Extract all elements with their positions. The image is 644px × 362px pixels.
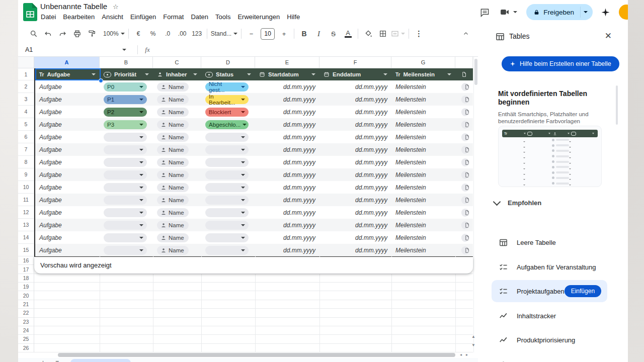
table-cell[interactable]: dd.mm.yyyy [255,194,319,206]
priority-chip[interactable]: P1 [104,95,147,104]
share-dropdown-caret[interactable] [584,11,588,13]
table-cell[interactable]: dd.mm.yyyy [319,93,391,106]
column-dropdown-caret[interactable] [145,73,149,75]
owner-chip[interactable]: Name [157,145,189,154]
table-header-meilenstein[interactable]: TrMeilenstein [391,68,455,80]
table-cell[interactable]: D [455,244,473,256]
status-chip[interactable]: In Bearbeit... [205,95,249,104]
table-cell[interactable]: Aufgabe [35,106,100,118]
insert-badge-button[interactable]: Einfügen [565,285,601,297]
table-cell[interactable]: D [455,93,473,106]
table-cell[interactable]: Aufgabe [35,244,100,256]
table-cell[interactable]: Meilenstein [391,106,455,118]
table-cell[interactable]: dd.mm.yyyy [319,143,391,156]
document-chip[interactable]: D [461,121,469,129]
table-cell[interactable]: D [455,106,473,118]
share-button[interactable]: Freigeben [526,4,593,20]
row-number-23[interactable]: 23 [18,318,34,326]
document-title[interactable]: Unbenannte Tabelle [40,2,107,11]
decrease-decimal-button[interactable]: .0 [160,27,175,40]
spreadsheet-grid[interactable]: ABCDEFG123456789101112131415161718192021… [18,56,478,352]
table-cell[interactable]: Name [153,93,201,106]
scroll-left-icon[interactable]: ◂ [460,352,462,357]
table-cell[interactable]: Name [153,244,201,256]
status-chip-empty[interactable] [205,233,249,242]
zoom-select[interactable]: 100% [102,27,126,40]
row-number-10[interactable]: 10 [18,181,34,194]
print-icon[interactable] [70,27,85,40]
table-cell[interactable] [201,219,255,231]
scroll-up-icon[interactable]: ▲ [471,334,475,339]
status-chip-empty[interactable] [205,208,249,217]
row-number-11[interactable]: 11 [18,194,34,206]
document-chip[interactable]: D [461,83,469,91]
owner-chip[interactable]: Name [157,233,189,242]
add-sheet-icon[interactable]: + [41,359,45,362]
bold-button[interactable]: B [297,27,311,40]
table-cell[interactable]: dd.mm.yyyy [319,219,391,231]
table-cell[interactable]: dd.mm.yyyy [255,80,319,93]
table-cell[interactable]: Aufgabe [35,168,100,181]
table-cell[interactable]: Name [153,131,201,143]
table-cell[interactable]: dd.mm.yyyy [319,231,391,244]
table-cell[interactable]: dd.mm.yyyy [255,168,319,181]
table-header-doc-column[interactable] [455,68,473,80]
priority-chip-empty[interactable] [104,233,147,242]
table-cell[interactable] [201,181,255,194]
table-cell[interactable]: D [455,219,473,231]
table-header-startdatum[interactable]: Startdatum [255,68,319,80]
table-cell[interactable] [100,131,153,143]
status-chip-empty[interactable] [205,170,249,179]
priority-chip-empty[interactable] [104,221,147,230]
italic-button[interactable]: I [311,27,326,40]
table-cell[interactable] [100,206,153,219]
column-dropdown-caret[interactable] [447,73,451,75]
owner-chip[interactable]: Name [157,158,189,167]
table-cell[interactable]: Name [153,194,201,206]
recommended-section-header[interactable]: Empfohlen [494,199,541,207]
status-chip[interactable]: Nicht gest... [205,82,249,92]
table-cell[interactable]: D [455,131,473,143]
row-number-6[interactable]: 6 [18,131,34,143]
menu-einfügen[interactable]: Einfügen [127,12,159,22]
increase-font-size-button[interactable]: + [277,27,291,40]
table-cell[interactable]: dd.mm.yyyy [319,168,391,181]
more-tools-icon[interactable]: ⋮ [412,27,426,40]
document-chip[interactable]: D [461,146,469,154]
search-icon[interactable] [26,27,41,40]
document-chip[interactable]: D [461,246,469,254]
status-chip[interactable]: Abgeschlo... [205,120,249,129]
column-dropdown-caret[interactable] [311,73,315,75]
table-cell[interactable]: D [455,206,473,219]
table-cell[interactable] [201,168,255,181]
table-cell[interactable] [201,231,255,244]
table-cell[interactable]: Aufgabe [35,93,100,106]
row-number-18[interactable]: 18 [18,274,34,283]
row-number-16[interactable]: 16 [18,256,34,265]
owner-chip[interactable]: Name [157,246,189,255]
table-cell[interactable]: Meilenstein [391,219,455,231]
table-cell[interactable]: D [455,181,473,194]
row-number-3[interactable]: 3 [18,93,34,106]
text-color-button[interactable]: A [341,27,355,40]
column-header-D[interactable]: D [201,57,255,68]
table-cell[interactable]: Name [153,118,201,131]
menu-bearbeiten[interactable]: Bearbeiten [59,12,98,22]
table-cell[interactable]: dd.mm.yyyy [319,206,391,219]
menu-format[interactable]: Format [159,12,187,22]
meet-video-icon[interactable] [498,6,511,19]
priority-chip-empty[interactable] [104,208,147,217]
table-cell[interactable]: Meilenstein [391,168,455,181]
document-chip[interactable]: D [461,96,469,104]
table-cell[interactable]: dd.mm.yyyy [319,194,391,206]
table-cell[interactable]: Aufgabe [35,231,100,244]
table-cell[interactable]: Meilenstein [391,231,455,244]
table-cell[interactable]: In Bearbeit... [201,93,255,106]
undo-icon[interactable] [41,27,55,40]
table-cell[interactable]: dd.mm.yyyy [255,131,319,143]
table-cell[interactable] [201,156,255,168]
table-cell[interactable]: dd.mm.yyyy [255,106,319,118]
row-number-7[interactable]: 7 [18,143,34,156]
priority-chip[interactable]: P0 [104,82,147,92]
table-cell[interactable]: D [455,143,473,156]
